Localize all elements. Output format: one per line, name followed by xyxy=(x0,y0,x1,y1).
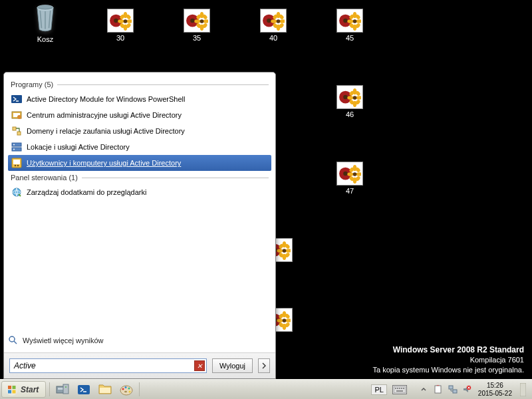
svg-point-58 xyxy=(129,390,131,392)
ql-paint[interactable] xyxy=(116,381,137,398)
svg-rect-63 xyxy=(399,388,400,389)
image-thumbnail-icon xyxy=(107,9,134,33)
language-indicator[interactable]: PL xyxy=(371,384,386,395)
desktop-icon-label: 35 xyxy=(193,34,201,42)
users-computers-icon xyxy=(11,157,23,169)
svg-rect-44 xyxy=(8,386,11,389)
svg-point-20 xyxy=(277,319,283,323)
svg-point-95 xyxy=(200,19,204,23)
svg-point-102 xyxy=(271,19,277,23)
svg-point-90 xyxy=(194,19,200,23)
svg-point-13 xyxy=(283,249,287,253)
svg-point-126 xyxy=(347,96,353,100)
desktop-icon-partial xyxy=(274,308,293,332)
desktop-icon-45[interactable]: 45 xyxy=(327,9,373,42)
desktop-icon-30[interactable]: 30 xyxy=(97,9,144,42)
windows-watermark: Windows Server 2008 R2 Standard Kompilac… xyxy=(373,344,524,375)
desktop-icon-47[interactable]: 47 xyxy=(327,162,373,195)
svg-rect-37 xyxy=(13,160,20,164)
svg-point-122 xyxy=(343,95,348,100)
paint-icon xyxy=(119,383,134,396)
svg-point-134 xyxy=(343,172,348,176)
svg-point-114 xyxy=(347,19,353,23)
more-results-link[interactable]: Wyświetl więcej wyników xyxy=(4,331,275,352)
image-thumbnail-icon xyxy=(336,162,363,186)
start-menu: Programy (5) Active Directory Module for… xyxy=(3,72,276,379)
image-thumbnail-icon xyxy=(336,9,363,33)
svg-point-83 xyxy=(124,19,128,23)
svg-rect-69 xyxy=(453,390,457,393)
tray-network-icon[interactable] xyxy=(448,384,458,395)
result-ad-powershell[interactable]: Active Directory Module for Windows Powe… xyxy=(8,91,271,107)
server-manager-icon xyxy=(55,383,70,396)
ql-server-manager[interactable] xyxy=(52,381,73,398)
logout-button[interactable]: Wyloguj xyxy=(212,358,253,373)
image-thumbnail-icon xyxy=(184,9,210,33)
svg-point-29 xyxy=(17,115,21,119)
ql-explorer[interactable] xyxy=(94,381,116,398)
image-thumbnail-icon xyxy=(260,9,287,33)
svg-point-119 xyxy=(353,19,357,23)
start-search-input[interactable]: Active ✕ xyxy=(9,358,207,373)
svg-rect-49 xyxy=(58,388,63,390)
section-header-control-panel: Panel sterowania (1) xyxy=(11,174,271,182)
admin-center-icon xyxy=(11,109,23,121)
chevron-right-icon xyxy=(262,362,266,369)
svg-point-98 xyxy=(267,19,271,23)
result-manage-addons[interactable]: Zarządzaj dodatkami do przeglądarki xyxy=(8,184,271,200)
addons-icon xyxy=(11,186,23,198)
svg-rect-46 xyxy=(8,390,11,393)
desktop-icon-label: 47 xyxy=(346,187,354,195)
recycle-bin-icon xyxy=(32,2,59,34)
svg-rect-50 xyxy=(63,384,68,394)
svg-point-42 xyxy=(9,336,15,342)
svg-rect-45 xyxy=(13,386,16,389)
result-ad-sites-services[interactable]: Lokacje i usługi Active Directory xyxy=(8,139,271,155)
windows-logo-icon xyxy=(6,384,18,396)
svg-rect-61 xyxy=(395,388,396,389)
svg-point-35 xyxy=(13,149,15,150)
start-button[interactable]: Start xyxy=(1,381,46,398)
result-ad-users-computers[interactable]: Użytkownicy i komputery usługi Active Di… xyxy=(8,155,271,171)
explorer-icon xyxy=(98,383,112,396)
svg-point-107 xyxy=(277,19,281,23)
sites-services-icon xyxy=(11,141,23,153)
desktop-icon-40[interactable]: 40 xyxy=(250,9,297,42)
tray-action-center-icon[interactable] xyxy=(433,384,444,395)
tray-volume-icon[interactable] xyxy=(462,384,473,395)
recycle-bin-label: Kosz xyxy=(37,35,53,43)
recycle-bin[interactable]: Kosz xyxy=(22,2,68,43)
logout-expand-button[interactable] xyxy=(258,358,270,373)
section-header-programs: Programy (5) xyxy=(11,80,271,88)
system-tray: PL 15:26 2015-05-22 xyxy=(367,380,532,399)
ql-powershell[interactable] xyxy=(73,381,94,398)
svg-point-55 xyxy=(122,388,124,390)
result-ad-domains-trusts[interactable]: Domeny i relacje zaufania usługi Active … xyxy=(8,123,271,139)
svg-rect-64 xyxy=(401,388,402,389)
svg-rect-68 xyxy=(449,386,453,389)
svg-point-59 xyxy=(124,390,127,392)
svg-rect-31 xyxy=(17,132,21,135)
desktop-icon-35[interactable]: 35 xyxy=(174,9,220,42)
svg-rect-47 xyxy=(13,390,16,393)
show-desktop-button[interactable] xyxy=(517,384,528,395)
tray-chevron-icon[interactable] xyxy=(418,384,429,395)
image-thumbnail-icon xyxy=(336,85,363,109)
svg-rect-67 xyxy=(435,386,441,393)
svg-point-57 xyxy=(128,387,130,389)
desktop-icon-label: 46 xyxy=(346,110,354,118)
desktop-icon-label: 45 xyxy=(346,34,354,42)
keyboard-icon[interactable] xyxy=(392,385,407,394)
svg-rect-30 xyxy=(13,127,16,130)
svg-point-43 xyxy=(6,384,18,396)
search-results-pane: Programy (5) Active Directory Module for… xyxy=(4,72,275,331)
desktop-icon-46[interactable]: 46 xyxy=(327,85,373,118)
svg-point-78 xyxy=(118,19,124,23)
taskbar-clock[interactable]: 15:26 2015-05-22 xyxy=(478,382,512,397)
clear-search-button[interactable]: ✕ xyxy=(194,360,205,371)
svg-point-86 xyxy=(190,19,195,23)
result-ad-admin-center[interactable]: Centrum administracyjne usługi Active Di… xyxy=(8,107,271,123)
svg-rect-53 xyxy=(100,388,110,393)
search-icon xyxy=(8,335,19,346)
svg-point-38 xyxy=(15,165,17,167)
